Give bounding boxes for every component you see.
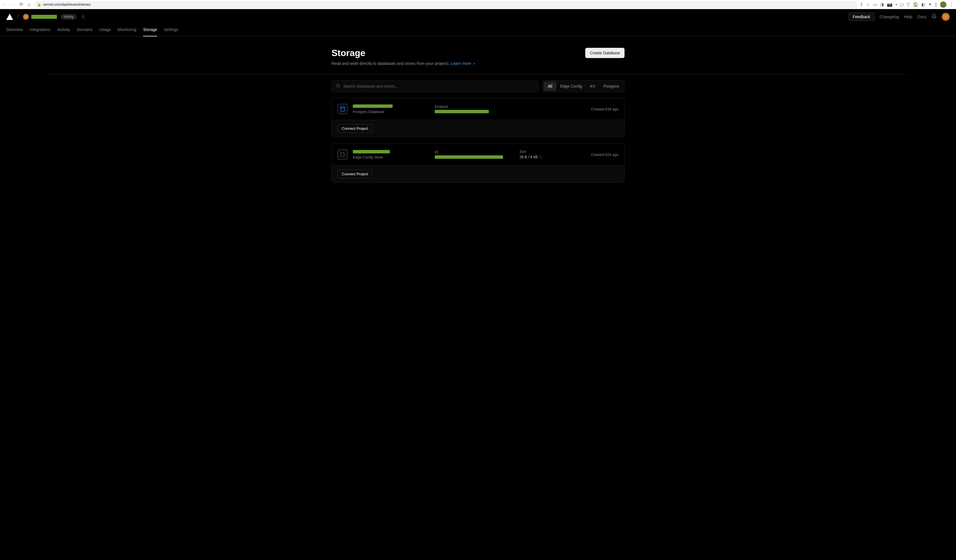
external-link-icon: ↗ [472, 62, 475, 65]
store-type: Edge Config Store [353, 155, 429, 159]
store-name-col: Edge Config Store [353, 150, 429, 159]
plan-badge: Hobby [61, 14, 77, 20]
filter-group: All Edge Config KV Postgres [542, 80, 624, 92]
browser-chrome: ← → ⟳ ⌂ 🔒 vercel.com/dashboard/stores ⇪ … [0, 0, 956, 9]
team-avatar [23, 14, 29, 20]
header-right: Feedback Changelog Help Docs [848, 13, 950, 21]
back-button[interactable]: ← [2, 2, 8, 8]
extension-icon-5[interactable]: ◻ [900, 2, 904, 7]
tab-domains[interactable]: Domains [77, 24, 93, 36]
store-created: Created 63d ago [591, 107, 618, 111]
store-card: Edge Config Store ID Size 26 B / 8 kBⓘ C… [332, 143, 624, 183]
store-meta-col: ID [435, 150, 514, 159]
create-database-button[interactable]: Create Database [585, 48, 624, 58]
connect-project-button[interactable]: Connect Project [338, 124, 373, 133]
feedback-button[interactable]: Feedback [848, 13, 874, 21]
home-button[interactable]: ⌂ [26, 2, 32, 8]
store-card: Postgres Database Endpoint Created 63d a… [332, 98, 624, 137]
meta-label: Endpoint [435, 105, 586, 109]
connect-project-button[interactable]: Connect Project [338, 170, 373, 178]
info-icon[interactable]: ⓘ [539, 156, 542, 159]
store-card-footer: Connect Project [332, 165, 624, 182]
filter-all[interactable]: All [544, 82, 556, 91]
changelog-link[interactable]: Changelog [880, 14, 899, 19]
learn-more-link[interactable]: Learn more ↗ [451, 61, 475, 66]
store-name-col: Postgres Database [353, 104, 429, 114]
page-title: Storage [332, 48, 475, 58]
store-name-redacted [353, 150, 390, 153]
extensions-icon[interactable]: ✦ [928, 2, 932, 7]
store-created: Created 62d ago [576, 153, 618, 157]
docs-link[interactable]: Docs [917, 14, 926, 19]
store-size-col: Size 26 B / 8 kBⓘ [520, 149, 571, 159]
store-type: Postgres Database [353, 110, 429, 114]
edge-config-icon [338, 149, 347, 160]
page-header: Storage Read and write directly to datab… [332, 48, 624, 74]
id-redacted [435, 156, 503, 159]
tab-bar: Overview Integrations Activity Domains U… [0, 24, 956, 36]
url-bar[interactable]: 🔒 vercel.com/dashboard/stores [34, 1, 857, 8]
vercel-logo[interactable] [6, 14, 13, 20]
endpoint-redacted [435, 110, 489, 113]
filter-postgres[interactable]: Postgres [599, 82, 623, 91]
tab-storage[interactable]: Storage [143, 24, 157, 36]
svg-point-2 [341, 107, 345, 109]
store-card-main[interactable]: Edge Config Store ID Size 26 B / 8 kBⓘ C… [332, 144, 624, 165]
store-name-redacted [353, 104, 393, 108]
reload-button[interactable]: ⟳ [18, 2, 24, 8]
menu-icon[interactable]: ⋮ [949, 2, 954, 7]
meta-label: ID [435, 150, 514, 154]
header-left: / Hobby ⇅ [6, 13, 86, 20]
extension-icon-6[interactable]: ▽ [907, 2, 910, 7]
search-wrap[interactable] [332, 80, 539, 92]
tab-monitoring[interactable]: Monitoring [118, 24, 136, 36]
top-header: / Hobby ⇅ Feedback Changelog Help Docs [0, 9, 956, 24]
svg-point-0 [336, 84, 340, 87]
tab-settings[interactable]: Settings [164, 24, 178, 36]
help-link[interactable]: Help [904, 14, 912, 19]
forward-button[interactable]: → [10, 2, 16, 8]
profile-avatar[interactable] [940, 2, 946, 8]
extension-icon-4[interactable]: ▪ [895, 2, 897, 7]
page: Storage Read and write directly to datab… [332, 36, 624, 183]
scope-switcher-icon[interactable]: ⇅ [80, 14, 86, 20]
store-card-footer: Connect Project [332, 120, 624, 137]
lock-icon: 🔒 [37, 3, 41, 6]
tab-integrations[interactable]: Integrations [30, 24, 50, 36]
extension-icon-1[interactable]: ▭ [873, 2, 877, 7]
panel-icon[interactable]: ▯ [935, 2, 937, 7]
share-icon[interactable]: ⇪ [860, 2, 863, 7]
tab-overview[interactable]: Overview [6, 24, 23, 36]
extension-icon-3[interactable]: 📷 [887, 2, 893, 7]
store-card-main[interactable]: Postgres Database Endpoint Created 63d a… [332, 98, 624, 120]
extension-icon-8[interactable]: ◐ [921, 2, 925, 7]
postgres-icon [338, 104, 347, 114]
url-text: vercel.com/dashboard/stores [43, 2, 90, 6]
app: / Hobby ⇅ Feedback Changelog Help Docs O… [0, 9, 956, 560]
toolbar: All Edge Config KV Postgres [332, 74, 624, 98]
tab-usage[interactable]: Usage [99, 24, 111, 36]
size-value: 26 B / 8 kBⓘ [520, 155, 571, 159]
svg-line-1 [339, 87, 340, 87]
extension-icon-7[interactable]: 🏠 [913, 2, 918, 7]
bookmark-icon[interactable]: ☆ [866, 2, 870, 7]
notifications-icon[interactable] [932, 14, 937, 20]
filter-kv[interactable]: KV [586, 82, 599, 91]
search-icon [336, 83, 340, 89]
store-meta-col: Endpoint [435, 105, 586, 113]
extension-icon-2[interactable]: ◑ [880, 2, 884, 7]
filter-edge-config[interactable]: Edge Config [556, 82, 586, 91]
chrome-actions: ⇪ ☆ ▭ ◑ 📷 ▪ ◻ ▽ 🏠 ◐ ✦ ▯ ⋮ [860, 2, 954, 8]
size-label: Size [520, 149, 571, 154]
breadcrumb-slash: / [17, 13, 19, 20]
page-subtitle: Read and write directly to databases and… [332, 61, 475, 66]
team-name-redacted [31, 15, 57, 19]
user-avatar[interactable] [942, 13, 950, 21]
team-switcher[interactable] [23, 14, 57, 20]
search-input[interactable] [343, 84, 535, 88]
tab-activity[interactable]: Activity [58, 24, 70, 36]
